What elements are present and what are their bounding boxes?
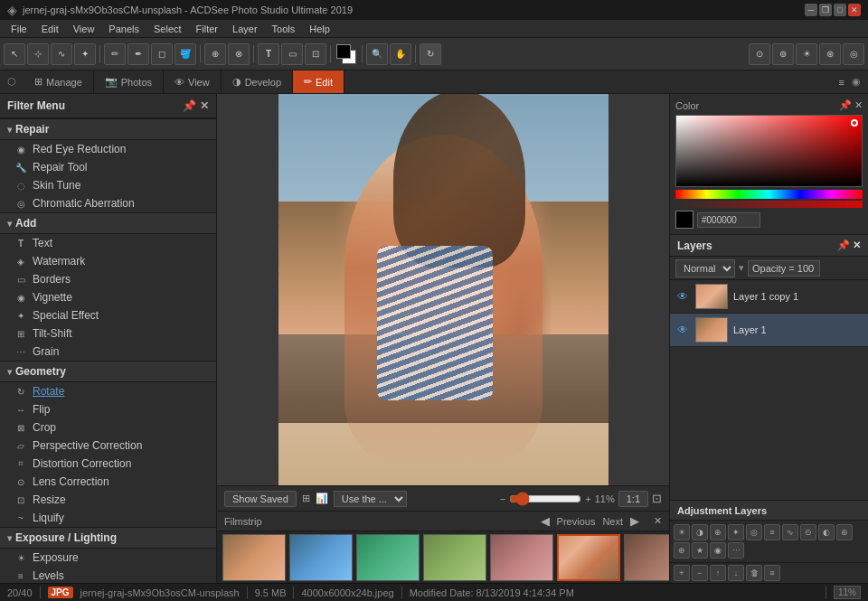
item-repair-tool[interactable]: 🔧 Repair Tool — [0, 158, 216, 176]
adj-btn-19[interactable]: 🗑 — [746, 565, 762, 581]
tab-edit[interactable]: ✏ Edit — [293, 70, 344, 93]
item-perspective[interactable]: ▱ Perspective Correction — [0, 437, 216, 455]
item-text[interactable]: T Text — [0, 234, 216, 252]
restore-btn[interactable]: ❐ — [819, 4, 832, 16]
layers-close[interactable]: ✕ — [853, 239, 861, 251]
adj-btn-7[interactable]: ∿ — [782, 524, 798, 540]
adj-btn-17[interactable]: ↑ — [710, 565, 726, 581]
tool-shape[interactable]: ▭ — [281, 43, 303, 65]
item-special-effect[interactable]: ✦ Special Effect — [0, 306, 216, 324]
zoom-in-icon[interactable]: + — [585, 493, 590, 504]
tool-fill[interactable]: 🪣 — [175, 43, 196, 65]
adj-btn-18[interactable]: ↓ — [728, 565, 744, 581]
adj-btn-12[interactable]: ★ — [692, 542, 708, 559]
use-dropdown[interactable]: Use the ... — [334, 491, 407, 507]
tool-r3[interactable]: ☀ — [796, 43, 817, 65]
tool-rotate-icon[interactable]: ↻ — [420, 43, 441, 65]
tool-text[interactable]: T — [258, 43, 279, 65]
item-red-eye[interactable]: ◉ Red Eye Reduction — [0, 140, 216, 158]
item-watermark[interactable]: ◈ Watermark — [0, 252, 216, 270]
tool-r2[interactable]: ⊚ — [772, 43, 794, 65]
color-pin[interactable]: 📌 — [839, 99, 852, 111]
item-exposure[interactable]: ☀ Exposure — [0, 549, 216, 567]
maximize-btn[interactable]: □ — [834, 4, 846, 16]
menu-filter[interactable]: Filter — [189, 22, 225, 36]
section-repair[interactable]: ▾ Repair — [0, 118, 216, 140]
adj-btn-10[interactable]: ⊚ — [836, 524, 853, 540]
menu-help[interactable]: Help — [302, 22, 337, 36]
zoom-ratio-btn[interactable]: 1:1 — [618, 491, 648, 507]
tool-magic[interactable]: ✦ — [74, 43, 96, 65]
tool-eraser[interactable]: ◻ — [151, 43, 173, 65]
menu-view[interactable]: View — [66, 22, 102, 36]
tool-heal[interactable]: ⊗ — [228, 43, 250, 65]
filter-close[interactable]: ✕ — [200, 99, 209, 112]
filmstrip-thumb-4[interactable] — [423, 534, 486, 581]
item-tilt-shift[interactable]: ⊞ Tilt-Shift — [0, 324, 216, 343]
tool-clone[interactable]: ⊕ — [204, 43, 226, 65]
tab-view[interactable]: 👁 View — [164, 70, 222, 93]
filter-pin[interactable]: 📌 — [183, 99, 196, 112]
color-close[interactable]: ✕ — [854, 99, 863, 111]
filmstrip-close-icon[interactable]: ✕ — [646, 515, 662, 527]
tool-r5[interactable]: ◎ — [843, 43, 864, 65]
adj-btn-3[interactable]: ⊕ — [710, 524, 726, 540]
adj-btn-9[interactable]: ◐ — [818, 524, 835, 540]
tab-manage[interactable]: ⊞ Manage — [24, 70, 94, 93]
fit-icon[interactable]: ⊡ — [652, 492, 662, 505]
filmstrip-thumb-selected[interactable] — [557, 534, 620, 581]
canvas-chart-icon[interactable]: 📊 — [316, 493, 328, 504]
color-preview[interactable] — [675, 211, 693, 229]
adj-btn-2[interactable]: ◑ — [692, 524, 708, 540]
filmstrip-thumb-5[interactable] — [490, 534, 553, 581]
item-borders[interactable]: ▭ Borders — [0, 270, 216, 288]
adj-btn-4[interactable]: ✦ — [728, 524, 744, 540]
item-levels[interactable]: ≡ Levels — [0, 567, 216, 583]
section-exposure[interactable]: ▾ Exposure / Lighting — [0, 527, 216, 549]
filmstrip-prev-label[interactable]: Previous — [557, 516, 596, 527]
menu-layer[interactable]: Layer — [225, 22, 265, 36]
filmstrip-thumb-2[interactable] — [289, 534, 353, 581]
item-vignette[interactable]: ◉ Vignette — [0, 288, 216, 306]
opacity-input[interactable] — [748, 260, 820, 277]
adj-btn-8[interactable]: ⊙ — [800, 524, 816, 540]
item-resize[interactable]: ⊡ Resize — [0, 491, 216, 509]
zoom-slider[interactable] — [509, 492, 581, 506]
adj-btn-5[interactable]: ◎ — [746, 524, 762, 540]
filmstrip-next-label[interactable]: Next — [602, 516, 623, 527]
menu-tools[interactable]: Tools — [265, 22, 303, 36]
item-lens[interactable]: ⊙ Lens Correction — [0, 473, 216, 491]
menu-file[interactable]: File — [4, 22, 34, 36]
canvas-area[interactable] — [217, 94, 669, 485]
layer-item-2[interactable]: 👁 Layer 1 — [670, 314, 868, 347]
item-liquify[interactable]: ~ Liquify — [0, 509, 216, 527]
adj-btn-16[interactable]: − — [692, 565, 708, 581]
section-add[interactable]: ▾ Add — [0, 212, 216, 234]
show-saved-btn[interactable]: Show Saved — [224, 491, 297, 507]
tab-photos[interactable]: 📷 Photos — [94, 70, 164, 93]
canvas-grid-icon[interactable]: ⊞ — [302, 493, 310, 504]
tool-arrow[interactable]: ↖ — [4, 43, 25, 65]
filmstrip-thumb-3[interactable] — [356, 534, 420, 581]
item-flip[interactable]: ↔ Flip — [0, 400, 216, 418]
color-alpha-slider[interactable] — [675, 201, 863, 208]
layer-eye-2[interactable]: 👁 — [675, 323, 690, 337]
tool-crop[interactable]: ⊡ — [305, 43, 326, 65]
tool-zoom[interactable]: 🔍 — [366, 43, 388, 65]
tool-pan[interactable]: ✋ — [390, 43, 411, 65]
layer-eye-1[interactable]: 👁 — [675, 289, 690, 304]
layers-pin[interactable]: 📌 — [837, 239, 850, 251]
close-btn[interactable]: ✕ — [848, 4, 861, 16]
color-hue-slider[interactable] — [675, 190, 863, 199]
adj-btn-15[interactable]: + — [674, 565, 690, 581]
item-skin-tune[interactable]: ◌ Skin Tune — [0, 176, 216, 194]
tool-r1[interactable]: ⊙ — [749, 43, 770, 65]
tool-pencil[interactable]: ✒ — [127, 43, 149, 65]
item-grain[interactable]: ⋯ Grain — [0, 343, 216, 361]
item-distortion[interactable]: ⌗ Distortion Correction — [0, 455, 216, 473]
menu-edit[interactable]: Edit — [34, 22, 66, 36]
zoom-out-icon[interactable]: − — [500, 493, 505, 504]
adj-btn-11[interactable]: ⊛ — [674, 542, 690, 559]
layer-item-1[interactable]: 👁 Layer 1 copy 1 — [670, 280, 868, 314]
filmstrip-left-arrow[interactable]: ◀ — [541, 514, 550, 528]
